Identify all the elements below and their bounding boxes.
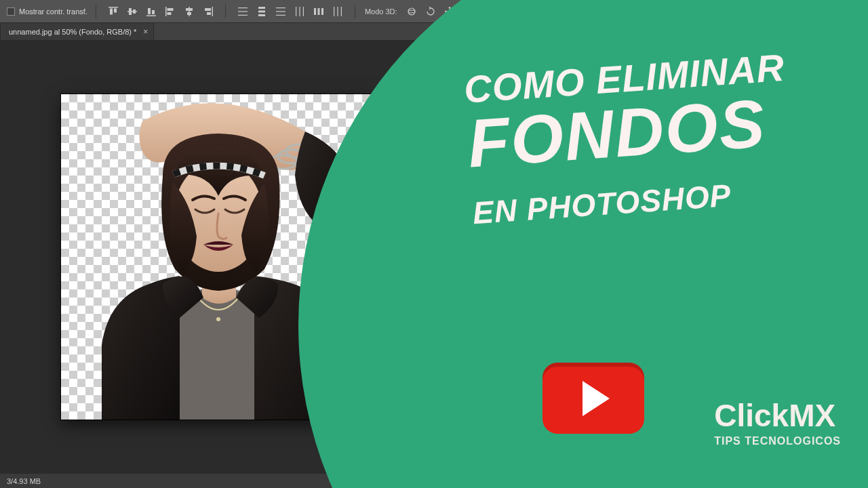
svg-rect-29 xyxy=(303,7,304,16)
svg-rect-30 xyxy=(314,8,316,15)
svg-point-37 xyxy=(408,10,415,13)
svg-rect-1 xyxy=(110,8,113,14)
svg-rect-11 xyxy=(167,12,171,15)
orbit-3d-icon[interactable] xyxy=(404,4,419,19)
svg-rect-25 xyxy=(276,11,285,12)
svg-rect-24 xyxy=(276,7,285,8)
roll-3d-icon[interactable] xyxy=(423,4,438,19)
svg-rect-5 xyxy=(133,9,136,14)
distribute-vcenter-icon[interactable] xyxy=(254,4,269,19)
distribute-bottom-icon[interactable] xyxy=(273,4,288,19)
overlay-title: COMO ELIMINAR FONDOS EN PHOTOSHOP xyxy=(462,41,853,231)
align-right-icon[interactable] xyxy=(201,4,216,19)
svg-rect-8 xyxy=(152,10,155,14)
align-vcenter-icon[interactable] xyxy=(125,4,140,19)
svg-rect-0 xyxy=(108,7,118,8)
svg-rect-20 xyxy=(238,14,248,15)
show-transform-controls-checkbox[interactable]: Mostrar contr. transf. xyxy=(4,6,90,17)
separator-icon xyxy=(225,5,226,18)
align-hcenter-icon[interactable] xyxy=(182,4,197,19)
close-icon[interactable]: × xyxy=(143,28,148,36)
svg-rect-6 xyxy=(146,15,156,16)
svg-rect-19 xyxy=(238,11,248,12)
distribute-left-icon[interactable] xyxy=(292,4,307,19)
svg-rect-27 xyxy=(296,7,296,16)
distribute-top-icon[interactable] xyxy=(235,4,250,19)
mode3d-label: Modo 3D: xyxy=(365,7,397,16)
svg-rect-13 xyxy=(186,8,193,11)
align-group xyxy=(102,4,220,19)
brand-tagline: TIPS TECNOLOGICOS xyxy=(714,435,841,447)
youtube-play-icon[interactable] xyxy=(542,363,644,434)
brand-name: ClickMX xyxy=(714,400,841,431)
separator-icon xyxy=(355,5,355,18)
svg-rect-15 xyxy=(212,7,213,16)
brand-block: ClickMX TIPS TECNOLOGICOS xyxy=(714,400,841,447)
svg-rect-9 xyxy=(165,7,167,16)
align-top-icon[interactable] xyxy=(106,4,121,19)
separator-icon xyxy=(96,5,96,18)
checkbox-box-icon xyxy=(7,7,15,16)
svg-rect-22 xyxy=(258,10,265,12)
show-transform-controls-label: Mostrar contr. transf. xyxy=(19,7,87,16)
distribute-hcenter-icon[interactable] xyxy=(311,4,326,19)
svg-rect-2 xyxy=(114,8,117,12)
svg-rect-16 xyxy=(205,8,211,11)
svg-rect-35 xyxy=(341,7,342,16)
svg-rect-34 xyxy=(337,7,338,16)
svg-rect-21 xyxy=(258,7,265,9)
svg-point-43 xyxy=(216,317,220,321)
svg-rect-4 xyxy=(129,8,132,15)
svg-rect-23 xyxy=(258,14,265,16)
svg-rect-7 xyxy=(148,8,151,14)
status-filesize: 3/4.93 MB xyxy=(7,477,41,485)
svg-point-36 xyxy=(408,8,415,15)
svg-rect-26 xyxy=(276,14,285,15)
document-tab[interactable]: unnamed.jpg al 50% (Fondo, RGB/8) * × xyxy=(0,22,154,40)
svg-rect-28 xyxy=(299,7,300,16)
align-left-icon[interactable] xyxy=(163,4,178,19)
svg-rect-14 xyxy=(187,12,191,15)
distribute-right-icon[interactable] xyxy=(330,4,345,19)
svg-rect-31 xyxy=(317,8,319,15)
align-bottom-icon[interactable] xyxy=(144,4,159,19)
play-triangle-icon xyxy=(583,381,610,416)
svg-rect-17 xyxy=(207,12,211,15)
distribute-group xyxy=(231,4,349,19)
svg-rect-18 xyxy=(238,7,248,8)
svg-rect-32 xyxy=(321,8,323,15)
svg-rect-10 xyxy=(167,8,173,11)
document-tab-label: unnamed.jpg al 50% (Fondo, RGB/8) * xyxy=(9,28,136,36)
svg-rect-33 xyxy=(334,7,334,16)
